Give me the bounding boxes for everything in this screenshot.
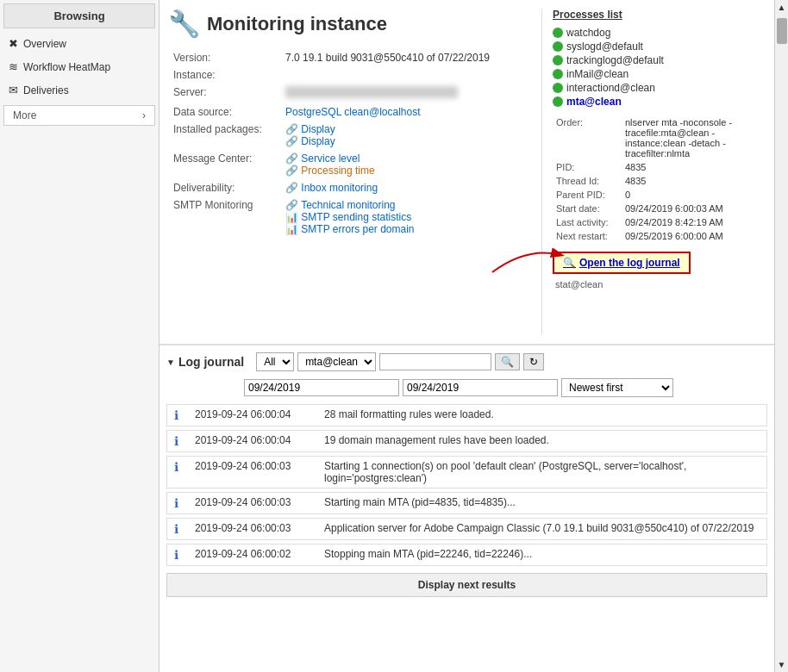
log-timestamp-6: 2019-09-24 06:00:02 bbox=[195, 548, 316, 560]
activity-row: Last activity: 09/24/2019 8:42:19 AM bbox=[553, 215, 766, 229]
version-label: Version: bbox=[168, 49, 280, 66]
status-dot-inmail bbox=[553, 69, 563, 79]
scroll-up-arrow[interactable]: ▲ bbox=[775, 0, 788, 15]
scroll-down-arrow[interactable]: ▼ bbox=[775, 657, 788, 672]
log-timestamp-3: 2019-09-24 06:00:03 bbox=[195, 460, 316, 472]
info-table: Version: 7.0 19.1 build 9031@550c410 of … bbox=[168, 49, 541, 238]
log-entry-1: ℹ 2019-09-24 06:00:04 28 mail formatting… bbox=[166, 404, 767, 426]
server-blur bbox=[285, 86, 458, 98]
open-log-button[interactable]: 🔍 Open the log journal bbox=[553, 252, 691, 274]
technical-monitoring-link[interactable]: Technical monitoring bbox=[301, 199, 395, 211]
process-watchdog[interactable]: watchdog bbox=[553, 26, 766, 40]
sidebar: Browsing ✖ Overview ≋ Workflow HeatMap ✉… bbox=[0, 0, 159, 672]
instance-info: 🔧 Monitoring instance Version: 7.0 19.1 … bbox=[168, 9, 541, 335]
service-level-link[interactable]: Service level bbox=[301, 152, 360, 165]
installed-links: 🔗 Display 🔗 Display bbox=[280, 121, 541, 150]
log-message-2: 19 domain management rules have been loa… bbox=[324, 434, 549, 446]
log-title: ▼ Log journal bbox=[166, 355, 244, 369]
log-date-to[interactable] bbox=[403, 379, 558, 396]
sidebar-heatmap-label: Workflow HeatMap bbox=[23, 61, 110, 73]
more-arrow-icon: › bbox=[142, 109, 146, 121]
server-row: Server: bbox=[168, 84, 541, 103]
log-entries: ℹ 2019-09-24 06:00:04 28 mail formatting… bbox=[166, 404, 767, 566]
page-title-area: 🔧 Monitoring instance bbox=[168, 9, 541, 39]
process-mta[interactable]: mta@clean bbox=[553, 95, 766, 109]
display-next-button[interactable]: Display next results bbox=[166, 573, 767, 597]
pid-row: PID: 4835 bbox=[553, 160, 766, 174]
parent-label: Parent PID: bbox=[553, 188, 622, 202]
smtp-links: 🔗 Technical monitoring 📊 SMTP sending st… bbox=[280, 196, 541, 238]
server-value bbox=[280, 84, 541, 103]
sidebar-item-overview[interactable]: ✖ Overview bbox=[0, 32, 159, 55]
log-entry-5: ℹ 2019-09-24 06:00:03 Application server… bbox=[166, 518, 767, 540]
log-search-input[interactable] bbox=[379, 353, 491, 370]
pid-label: PID: bbox=[553, 160, 622, 174]
processing-time-link[interactable]: Processing time bbox=[301, 165, 374, 177]
log-journal-label: Log journal bbox=[178, 355, 244, 369]
log-entry-2: ℹ 2019-09-24 06:00:04 19 domain manageme… bbox=[166, 430, 767, 452]
process-syslogd[interactable]: syslogd@default bbox=[553, 40, 766, 53]
start-label: Start date: bbox=[553, 202, 622, 215]
process-interactiond[interactable]: interactiond@clean bbox=[553, 81, 766, 95]
sidebar-item-deliveries[interactable]: ✉ Deliveries bbox=[0, 78, 159, 102]
datasource-label: Data source: bbox=[168, 103, 280, 121]
log-timestamp-1: 2019-09-24 06:00:04 bbox=[195, 408, 316, 420]
start-value: 09/24/2019 6:00:03 AM bbox=[622, 202, 766, 215]
parent-row: Parent PID: 0 bbox=[553, 188, 766, 202]
sidebar-header: Browsing bbox=[3, 3, 155, 28]
display-icon-2: 🔗 bbox=[285, 135, 298, 147]
open-log-label: Open the log journal bbox=[579, 257, 680, 269]
parent-value: 0 bbox=[622, 188, 766, 202]
overview-icon: ✖ bbox=[9, 37, 18, 50]
thread-label: Thread Id: bbox=[553, 174, 622, 188]
log-date-from[interactable] bbox=[244, 379, 399, 396]
info-icon-6: ℹ bbox=[174, 548, 188, 562]
info-icon-3: ℹ bbox=[174, 460, 188, 474]
processes-title: Processes list bbox=[553, 9, 766, 21]
stat-label: stat@clean bbox=[555, 279, 603, 289]
sidebar-overview-label: Overview bbox=[23, 38, 66, 50]
info-icon-2: ℹ bbox=[174, 434, 188, 448]
processes-panel: Processes list watchdog syslogd@default … bbox=[541, 9, 766, 335]
order-row: Order: nlserver mta -noconsole -tracefil… bbox=[553, 115, 766, 160]
sidebar-more-button[interactable]: More › bbox=[3, 105, 155, 126]
scrollbar-thumb[interactable] bbox=[777, 18, 787, 44]
log-instance-select[interactable]: mta@clean bbox=[297, 352, 376, 371]
inbox-monitoring-link[interactable]: Inbox monitoring bbox=[301, 182, 378, 194]
process-name-watchdog: watchdog bbox=[566, 27, 610, 39]
smtp-stats-icon: 📊 bbox=[285, 211, 298, 223]
collapse-icon[interactable]: ▼ bbox=[166, 358, 175, 367]
process-inmail[interactable]: inMail@clean bbox=[553, 67, 766, 81]
process-name-inmail: inMail@clean bbox=[566, 68, 629, 80]
process-trackinglogd[interactable]: trackinglogd@default bbox=[553, 53, 766, 67]
display-link-1[interactable]: Display bbox=[301, 123, 335, 135]
thread-value: 4835 bbox=[622, 174, 766, 188]
process-name-syslogd: syslogd@default bbox=[566, 40, 643, 53]
message-center-row: Message Center: 🔗 Service level 🔗 Proces… bbox=[168, 150, 541, 179]
log-search-button[interactable]: 🔍 bbox=[495, 353, 520, 370]
sidebar-item-workflow-heatmap[interactable]: ≋ Workflow HeatMap bbox=[0, 55, 159, 78]
info-icon-4: ℹ bbox=[174, 496, 188, 510]
log-sort-select[interactable]: Newest first bbox=[561, 378, 673, 397]
log-entry-3: ℹ 2019-09-24 06:00:03 Starting 1 connect… bbox=[166, 456, 767, 488]
instance-label: Instance: bbox=[168, 66, 280, 84]
processes-list: Processes list watchdog syslogd@default … bbox=[553, 9, 766, 109]
smtp-label: SMTP Monitoring bbox=[168, 196, 280, 238]
display-link-2[interactable]: Display bbox=[301, 135, 335, 147]
version-row: Version: 7.0 19.1 build 9031@550c410 of … bbox=[168, 49, 541, 66]
stat-item[interactable]: stat@clean bbox=[553, 279, 766, 289]
server-label: Server: bbox=[168, 84, 280, 103]
log-journal-section: ▼ Log journal All mta@clean 🔍 ↻ bbox=[159, 345, 774, 604]
datasource-link[interactable]: PostgreSQL clean@localhost bbox=[285, 106, 421, 118]
smtp-sending-link[interactable]: SMTP sending statistics bbox=[301, 211, 411, 223]
datasource-value: PostgreSQL clean@localhost bbox=[280, 103, 541, 121]
log-refresh-button[interactable]: ↻ bbox=[523, 353, 544, 370]
smtp-errors-link[interactable]: SMTP errors per domain bbox=[301, 223, 414, 235]
log-filter-select[interactable]: All bbox=[256, 352, 294, 371]
instance-value bbox=[280, 66, 541, 84]
log-entry-4: ℹ 2019-09-24 06:00:03 Starting main MTA … bbox=[166, 492, 767, 514]
service-icon: 🔗 bbox=[285, 152, 298, 165]
order-label: Order: bbox=[553, 115, 622, 160]
deliveries-icon: ✉ bbox=[9, 84, 18, 96]
wrench-icon: 🔧 bbox=[168, 9, 200, 39]
